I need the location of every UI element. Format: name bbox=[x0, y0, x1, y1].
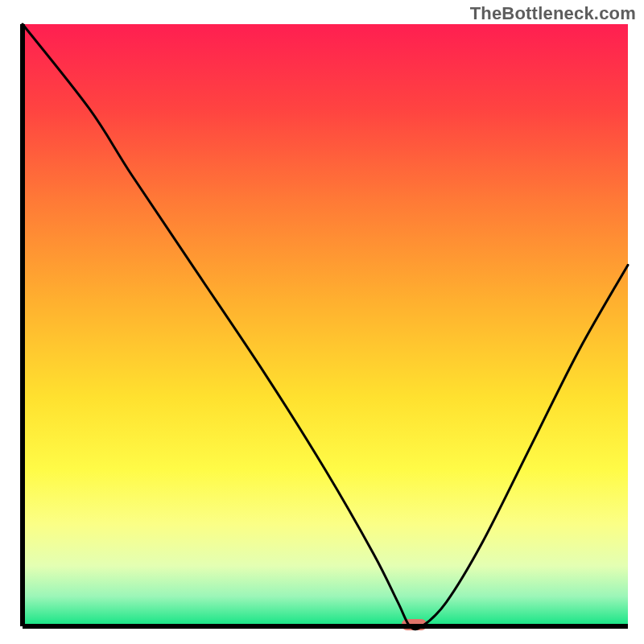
chart-container: { "watermark": "TheBottleneck.com", "cha… bbox=[0, 0, 644, 644]
chart-svg bbox=[0, 0, 644, 644]
plot-background bbox=[23, 24, 628, 626]
watermark-text: TheBottleneck.com bbox=[470, 3, 636, 24]
